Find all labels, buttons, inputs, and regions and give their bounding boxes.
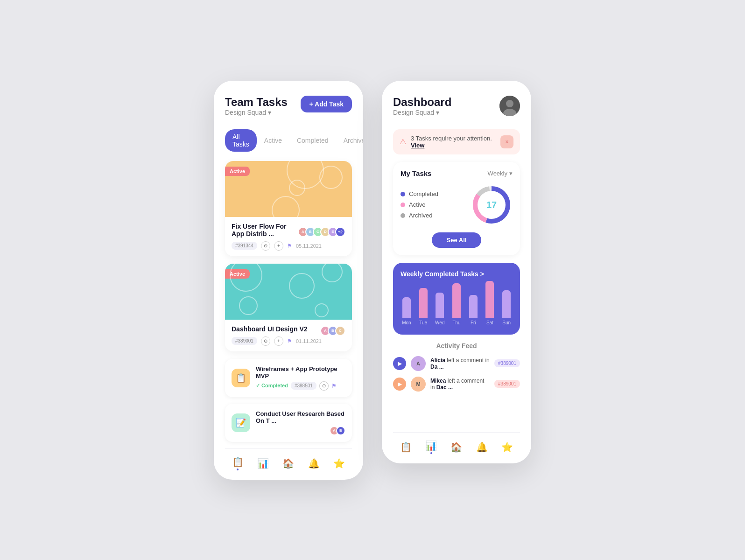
- legend-dot-active: [401, 203, 405, 207]
- nav-active-dot: [237, 469, 239, 470]
- task-card-2-avatars: A B C: [320, 326, 345, 336]
- my-tasks-header: My Tasks Weekly ▾: [401, 169, 513, 177]
- task-card-1-body: Fix User Flow For App Distrib ... A B C …: [225, 217, 352, 256]
- left-phone: Team Tasks Design Squad ▾ + Add Task All…: [214, 81, 363, 480]
- bar-tue: [419, 288, 428, 318]
- flag-icon-2: ⚑: [287, 338, 292, 344]
- bar-chart: Mon Tue Wed Thu Fri: [401, 285, 513, 327]
- nav-charts-right[interactable]: 📊: [425, 440, 437, 454]
- alert-icon: ⚠: [400, 137, 406, 146]
- user-avatar: [499, 96, 520, 116]
- add-task-button[interactable]: + Add Task: [301, 96, 352, 112]
- charts-icon: 📊: [257, 458, 269, 469]
- active-badge-1: Active: [225, 167, 250, 176]
- nav-tasks-right[interactable]: 📋: [400, 441, 412, 453]
- bar-label-wed: Wed: [435, 320, 444, 325]
- bar-col-wed: Wed: [434, 293, 446, 325]
- activity-feed-title: Activity Feed: [393, 342, 520, 350]
- alert-view-link[interactable]: View: [411, 142, 424, 149]
- task-card-2-image: Active: [225, 264, 352, 320]
- bar-col-thu: Thu: [450, 283, 463, 325]
- task-card-3[interactable]: 📋 Wireframes + App Prototype MVP ✓ Compl…: [225, 359, 352, 397]
- tasks-icon: 📋: [232, 456, 244, 468]
- github-icon: ⊙: [261, 241, 270, 251]
- task-info-4: Conduct User Research Based On T ... A B: [256, 410, 345, 435]
- activity-arrow-2: ▶: [393, 378, 406, 391]
- task-card-4[interactable]: 📝 Conduct User Research Based On T ... A…: [225, 404, 352, 442]
- activity-tag-1: #389001: [494, 359, 520, 367]
- nav-favorites-right[interactable]: ⭐: [501, 441, 513, 453]
- my-tasks-title: My Tasks: [401, 169, 431, 177]
- activity-arrow-1: ▶: [393, 357, 406, 370]
- legend-active: Active: [401, 201, 463, 208]
- activity-tag-2: #389001: [494, 380, 520, 388]
- task-meta-4: A B: [256, 426, 345, 435]
- task-card-2-meta: #389001 ⊙ + ⚑ 01.11.2021: [232, 336, 345, 346]
- dashboard-squad-selector[interactable]: Design Squad ▾: [393, 109, 451, 116]
- bar-label-thu: Thu: [452, 320, 460, 325]
- tag-pill: #391344: [232, 242, 257, 250]
- activity-item-2: ▶ M Mikea left a comment in Dac ... #389…: [393, 377, 520, 392]
- nav-charts[interactable]: 📊: [257, 458, 269, 469]
- nav-home[interactable]: 🏠: [282, 458, 294, 469]
- bar-label-mon: Mon: [402, 320, 411, 325]
- nav-home-right[interactable]: 🏠: [450, 441, 462, 453]
- donut-chart: 17: [471, 184, 513, 226]
- task-card-1[interactable]: Active Fix User Flow For App Distrib ...…: [225, 161, 352, 256]
- nav-notifications-right[interactable]: 🔔: [476, 441, 488, 453]
- weekly-tasks-section: Weekly Completed Tasks > Mon Tue Wed Th: [393, 263, 520, 335]
- weekly-selector[interactable]: Weekly ▾: [488, 170, 513, 177]
- alert-close-button[interactable]: ×: [500, 135, 513, 148]
- activity-item-1: ▶ A Alicia left a comment in Da ... #389…: [393, 356, 520, 371]
- alert-banner: ⚠ 3 Tasks require your attention. View ×: [393, 129, 520, 154]
- star-icon: ⭐: [333, 458, 345, 469]
- activity-text-2: Mikea left a comment in Dac ...: [430, 378, 490, 391]
- bar-wed: [436, 293, 444, 318]
- task-info-3: Wireframes + App Prototype MVP ✓ Complet…: [256, 365, 345, 391]
- tab-archived[interactable]: Archived: [336, 133, 363, 148]
- right-title-area: Dashboard Design Squad ▾: [393, 96, 451, 126]
- task-avatars-4: A B: [330, 426, 345, 435]
- flag-icon: ⚑: [287, 243, 292, 249]
- svg-point-1: [506, 100, 513, 107]
- activity-avatar-1: A: [411, 356, 426, 371]
- left-header: Team Tasks Design Squad ▾ + Add Task: [225, 96, 352, 126]
- nav-tasks[interactable]: 📋: [232, 456, 244, 470]
- bar-label-sun: Sun: [502, 320, 511, 325]
- legend-dot-archived: [401, 213, 405, 218]
- right-header: Dashboard Design Squad ▾: [393, 96, 520, 126]
- tab-completed[interactable]: Completed: [289, 133, 336, 148]
- plus-icon: +: [274, 241, 283, 251]
- avatar: C: [335, 326, 345, 336]
- legend-completed: Completed: [401, 190, 463, 197]
- bar-mon: [402, 297, 411, 318]
- task-card-1-avatars: A B C D E +2: [298, 227, 345, 237]
- tab-active[interactable]: Active: [257, 133, 289, 148]
- bar-col-sat: Sat: [484, 281, 496, 325]
- charts-icon-right: 📊: [425, 440, 437, 451]
- bar-label-fri: Fri: [471, 320, 476, 325]
- avatar: B: [336, 426, 345, 435]
- my-tasks-section: My Tasks Weekly ▾ Completed Active: [393, 162, 520, 255]
- github-icon-3: ⊙: [319, 381, 329, 391]
- bar-col-fri: Fri: [467, 295, 479, 325]
- task-card-1-image: Active: [225, 161, 352, 217]
- bar-thu: [452, 283, 461, 318]
- task-card-2[interactable]: Active Dashboard UI Design V2 A B C: [225, 264, 352, 351]
- star-icon-right: ⭐: [501, 441, 513, 453]
- home-icon: 🏠: [282, 458, 294, 469]
- tag-pill-2: #389001: [232, 337, 257, 345]
- tab-all-tasks[interactable]: All Tasks: [225, 129, 257, 152]
- plus-icon-2: +: [274, 336, 283, 346]
- task-card-2-body: Dashboard UI Design V2 A B C #389001 ⊙ +…: [225, 320, 352, 351]
- task-icon-3: 📋: [232, 369, 250, 387]
- task-card-2-title: Dashboard UI Design V2: [232, 325, 308, 333]
- squad-selector[interactable]: Design Squad ▾: [225, 109, 288, 116]
- donut-center-value: 17: [486, 199, 497, 210]
- dashboard-title: Dashboard: [393, 96, 451, 109]
- see-all-button[interactable]: See All: [432, 232, 482, 248]
- chevron-down-icon-right: ▾: [436, 109, 439, 116]
- tasks-icon-right: 📋: [400, 441, 412, 453]
- nav-notifications[interactable]: 🔔: [308, 458, 320, 469]
- nav-favorites[interactable]: ⭐: [333, 458, 345, 469]
